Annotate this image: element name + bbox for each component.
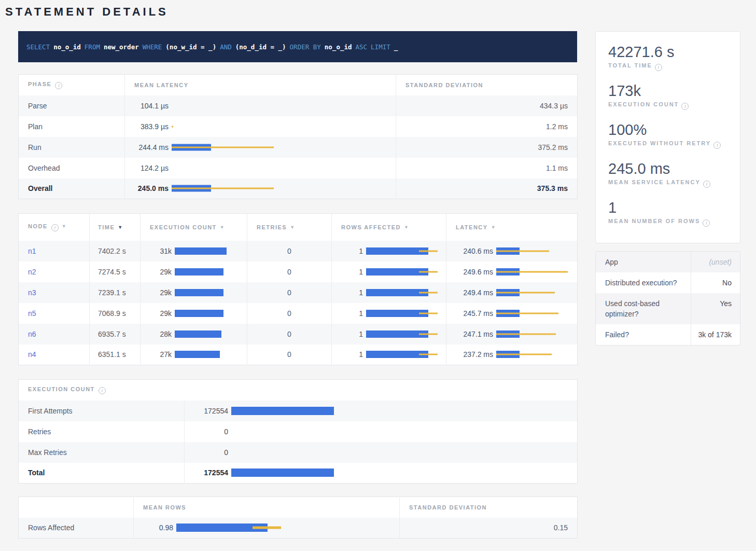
fact-row: Used cost-based optimizer? Yes — [596, 293, 740, 324]
fact-value: 3k of 173k — [691, 324, 740, 345]
fact-label: Distributed execution? — [596, 272, 691, 293]
node-row: n1 7402.2 s 31k 0 1 — [19, 241, 578, 261]
summary-stat: 1 MEAN NUMBER OF ROWSi — [608, 199, 727, 227]
info-icon[interactable]: i — [703, 219, 710, 227]
mean-bar — [231, 469, 334, 477]
execution-count-number: 172554 — [191, 407, 228, 415]
node-link[interactable]: n5 — [28, 309, 36, 318]
fact-label: Used cost-based optimizer? — [596, 293, 691, 324]
sql-token: no_o_id — [325, 43, 352, 51]
column-header-rows-affected[interactable]: ROWS AFFECTED▼ — [332, 214, 446, 241]
mean-bar — [175, 351, 220, 358]
execution-count-bar — [175, 246, 242, 256]
node-link[interactable]: n3 — [28, 288, 36, 297]
node-row: n4 6351.1 s 27k 0 1 — [19, 345, 578, 365]
latency-value: 249.6 ms — [453, 268, 493, 276]
statement-details-page: STATEMENT DETAILS SELECTno_o_idFROMnew_o… — [0, 0, 756, 539]
mean-bar — [175, 268, 223, 276]
rows-affected-header-row: MEAN ROWS STANDARD DEVIATION — [19, 497, 578, 518]
column-header-latency[interactable]: LATENCY▼ — [446, 214, 578, 241]
rows-affected-cell: 1 — [332, 345, 446, 365]
latency-bar — [496, 288, 571, 297]
execution-count-row: Retries 0 — [19, 421, 578, 442]
summary-stat: 173k EXECUTION COUNTi — [608, 82, 727, 110]
info-icon[interactable]: i — [655, 64, 662, 71]
execution-count-number: 0 — [191, 428, 228, 436]
sql-token: LIMIT — [371, 43, 390, 51]
sql-token: WHERE — [143, 43, 162, 51]
info-icon[interactable]: i — [681, 103, 689, 110]
node-cell: n3 — [19, 282, 90, 303]
stat-label: TOTAL TIMEi — [608, 62, 727, 71]
sql-token: (no_d_id = _) — [235, 43, 286, 51]
column-header-label: TIME — [98, 224, 115, 230]
node-row: n5 7068.9 s 29k 0 1 — [19, 303, 578, 324]
fact-value: No — [691, 272, 740, 293]
mean-latency-value: 124.2 µs — [131, 164, 169, 172]
sort-arrow-icon: ▼ — [491, 225, 496, 230]
latency-value: 247.1 ms — [453, 330, 493, 338]
stddev-line — [496, 312, 558, 314]
column-header-time[interactable]: TIME▼ — [90, 214, 141, 241]
stddev-line — [496, 333, 556, 335]
stddev-line — [172, 188, 274, 189]
sql-token: _ — [394, 43, 398, 51]
sql-token: new_order — [104, 43, 139, 51]
node-link[interactable]: n2 — [28, 268, 36, 276]
stddev-value: 434.3 µs — [396, 95, 578, 116]
execution-count-number: 0 — [191, 448, 228, 457]
node-link[interactable]: n4 — [28, 350, 36, 359]
column-header-execution-count[interactable]: EXECUTION COUNT▼ — [141, 214, 247, 241]
side-column: 42271.6 s TOTAL TIMEi 173k EXECUTION COU… — [595, 31, 740, 539]
stat-label-text: TOTAL TIME — [608, 62, 652, 68]
column-header-standard-deviation: STANDARD DEVIATION — [400, 497, 578, 518]
info-icon[interactable]: i — [703, 181, 710, 188]
column-header-label: MEAN ROWS — [143, 504, 186, 511]
rows-affected-row: Rows Affected 0.98 0.15 — [19, 518, 578, 539]
column-header-node[interactable]: NODEi▼ — [19, 214, 90, 241]
mean-bar — [175, 289, 223, 296]
phase-label: Overall — [19, 178, 125, 199]
info-icon[interactable]: i — [51, 224, 59, 231]
latency-bar — [496, 267, 571, 277]
stddev-line — [496, 250, 549, 252]
latency-bar — [172, 163, 389, 173]
rows-affected-table: MEAN ROWS STANDARD DEVIATION Rows Affect… — [18, 497, 578, 539]
time-value: 6351.1 s — [90, 345, 141, 365]
execution-count-cell: 31k — [141, 241, 247, 261]
column-header-mean-latency: MEAN LATENCY — [125, 75, 396, 95]
latency-cell: 249.4 ms — [446, 282, 578, 303]
node-link[interactable]: n1 — [28, 247, 36, 255]
mean-latency-cell: 124.2 µs — [125, 158, 396, 178]
time-value: 7068.9 s — [90, 303, 141, 324]
mean-rows-cell: 0.98 — [134, 518, 400, 539]
sort-arrow-icon: ▼ — [62, 224, 67, 229]
execution-count-cell: 29k — [141, 261, 247, 282]
execution-count-value: 29k — [147, 309, 172, 318]
info-icon[interactable]: i — [99, 387, 106, 394]
mean-latency-cell: 104.1 µs — [125, 95, 396, 116]
sort-arrow-icon: ▼ — [290, 225, 295, 230]
mean-latency-cell: 245.0 ms — [125, 178, 396, 199]
node-link[interactable]: n6 — [28, 330, 36, 338]
stddev-line — [419, 292, 438, 293]
column-header-retries[interactable]: RETRIES▼ — [247, 214, 332, 241]
rows-affected-cell: 1 — [332, 324, 446, 345]
execution-count-bar — [175, 350, 242, 359]
execution-count-row: Max Retries 0 — [19, 442, 578, 463]
execution-count-row: First Attempts 172554 — [19, 401, 578, 421]
stddev-line — [496, 271, 568, 272]
sort-arrow-icon: ▼ — [118, 225, 123, 230]
stat-value: 1 — [608, 199, 727, 216]
mean-latency-value: 383.9 µs — [131, 122, 169, 131]
stat-label: MEAN NUMBER OF ROWSi — [608, 218, 727, 227]
stddev-line — [172, 126, 173, 127]
rows-affected-bar — [366, 267, 441, 277]
page-title: STATEMENT DETAILS — [5, 5, 756, 19]
column-header-phase: PHASEi — [19, 75, 125, 95]
stddev-line — [419, 271, 438, 272]
summary-stat: 42271.6 s TOTAL TIMEi — [608, 43, 727, 71]
info-icon[interactable]: i — [713, 142, 721, 149]
info-icon[interactable]: i — [55, 82, 62, 89]
latency-bar — [172, 101, 389, 111]
